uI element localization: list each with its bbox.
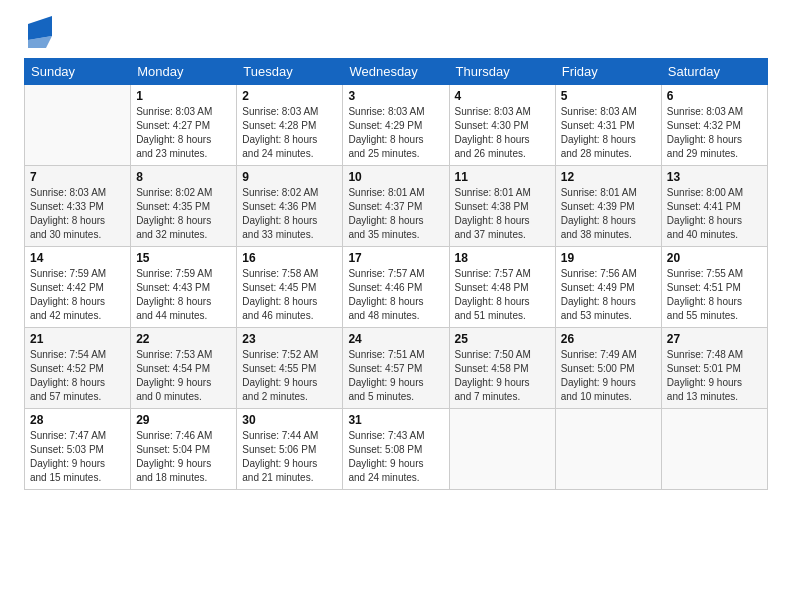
day-cell: 14Sunrise: 7:59 AMSunset: 4:42 PMDayligh… (25, 247, 131, 328)
day-cell: 21Sunrise: 7:54 AMSunset: 4:52 PMDayligh… (25, 328, 131, 409)
day-number: 24 (348, 332, 443, 346)
day-number: 22 (136, 332, 231, 346)
day-info: Sunrise: 7:59 AMSunset: 4:43 PMDaylight:… (136, 267, 231, 323)
day-number: 8 (136, 170, 231, 184)
day-header-sunday: Sunday (25, 59, 131, 85)
day-header-monday: Monday (131, 59, 237, 85)
day-number: 23 (242, 332, 337, 346)
day-header-wednesday: Wednesday (343, 59, 449, 85)
day-info: Sunrise: 7:52 AMSunset: 4:55 PMDaylight:… (242, 348, 337, 404)
day-cell: 31Sunrise: 7:43 AMSunset: 5:08 PMDayligh… (343, 409, 449, 490)
day-cell: 10Sunrise: 8:01 AMSunset: 4:37 PMDayligh… (343, 166, 449, 247)
day-number: 16 (242, 251, 337, 265)
days-row: SundayMondayTuesdayWednesdayThursdayFrid… (25, 59, 768, 85)
day-cell: 30Sunrise: 7:44 AMSunset: 5:06 PMDayligh… (237, 409, 343, 490)
day-cell: 19Sunrise: 7:56 AMSunset: 4:49 PMDayligh… (555, 247, 661, 328)
day-info: Sunrise: 8:01 AMSunset: 4:39 PMDaylight:… (561, 186, 656, 242)
day-cell: 15Sunrise: 7:59 AMSunset: 4:43 PMDayligh… (131, 247, 237, 328)
svg-marker-0 (28, 16, 52, 40)
week-row-4: 21Sunrise: 7:54 AMSunset: 4:52 PMDayligh… (25, 328, 768, 409)
day-cell: 29Sunrise: 7:46 AMSunset: 5:04 PMDayligh… (131, 409, 237, 490)
day-info: Sunrise: 8:02 AMSunset: 4:35 PMDaylight:… (136, 186, 231, 242)
day-cell: 23Sunrise: 7:52 AMSunset: 4:55 PMDayligh… (237, 328, 343, 409)
day-number: 29 (136, 413, 231, 427)
day-number: 3 (348, 89, 443, 103)
header (24, 20, 768, 48)
day-cell: 18Sunrise: 7:57 AMSunset: 4:48 PMDayligh… (449, 247, 555, 328)
day-cell: 13Sunrise: 8:00 AMSunset: 4:41 PMDayligh… (661, 166, 767, 247)
day-info: Sunrise: 7:48 AMSunset: 5:01 PMDaylight:… (667, 348, 762, 404)
day-cell: 25Sunrise: 7:50 AMSunset: 4:58 PMDayligh… (449, 328, 555, 409)
day-info: Sunrise: 7:53 AMSunset: 4:54 PMDaylight:… (136, 348, 231, 404)
day-info: Sunrise: 8:02 AMSunset: 4:36 PMDaylight:… (242, 186, 337, 242)
day-number: 25 (455, 332, 550, 346)
day-info: Sunrise: 7:46 AMSunset: 5:04 PMDaylight:… (136, 429, 231, 485)
day-cell (555, 409, 661, 490)
day-header-saturday: Saturday (661, 59, 767, 85)
day-number: 2 (242, 89, 337, 103)
day-cell (661, 409, 767, 490)
day-info: Sunrise: 8:01 AMSunset: 4:37 PMDaylight:… (348, 186, 443, 242)
day-cell: 27Sunrise: 7:48 AMSunset: 5:01 PMDayligh… (661, 328, 767, 409)
day-number: 11 (455, 170, 550, 184)
day-header-friday: Friday (555, 59, 661, 85)
day-cell: 17Sunrise: 7:57 AMSunset: 4:46 PMDayligh… (343, 247, 449, 328)
week-row-1: 1Sunrise: 8:03 AMSunset: 4:27 PMDaylight… (25, 85, 768, 166)
day-info: Sunrise: 7:57 AMSunset: 4:46 PMDaylight:… (348, 267, 443, 323)
week-row-5: 28Sunrise: 7:47 AMSunset: 5:03 PMDayligh… (25, 409, 768, 490)
day-number: 7 (30, 170, 125, 184)
day-number: 13 (667, 170, 762, 184)
day-cell (25, 85, 131, 166)
day-cell: 16Sunrise: 7:58 AMSunset: 4:45 PMDayligh… (237, 247, 343, 328)
calendar-table: SundayMondayTuesdayWednesdayThursdayFrid… (24, 58, 768, 490)
day-cell: 28Sunrise: 7:47 AMSunset: 5:03 PMDayligh… (25, 409, 131, 490)
day-cell: 4Sunrise: 8:03 AMSunset: 4:30 PMDaylight… (449, 85, 555, 166)
day-number: 4 (455, 89, 550, 103)
day-number: 12 (561, 170, 656, 184)
day-info: Sunrise: 8:00 AMSunset: 4:41 PMDaylight:… (667, 186, 762, 242)
day-info: Sunrise: 8:03 AMSunset: 4:33 PMDaylight:… (30, 186, 125, 242)
day-number: 20 (667, 251, 762, 265)
day-info: Sunrise: 7:44 AMSunset: 5:06 PMDaylight:… (242, 429, 337, 485)
day-number: 27 (667, 332, 762, 346)
day-number: 15 (136, 251, 231, 265)
day-cell: 11Sunrise: 8:01 AMSunset: 4:38 PMDayligh… (449, 166, 555, 247)
day-number: 9 (242, 170, 337, 184)
day-info: Sunrise: 8:01 AMSunset: 4:38 PMDaylight:… (455, 186, 550, 242)
day-number: 14 (30, 251, 125, 265)
day-cell (449, 409, 555, 490)
day-info: Sunrise: 7:59 AMSunset: 4:42 PMDaylight:… (30, 267, 125, 323)
day-cell: 26Sunrise: 7:49 AMSunset: 5:00 PMDayligh… (555, 328, 661, 409)
day-number: 1 (136, 89, 231, 103)
day-info: Sunrise: 8:03 AMSunset: 4:28 PMDaylight:… (242, 105, 337, 161)
day-cell: 24Sunrise: 7:51 AMSunset: 4:57 PMDayligh… (343, 328, 449, 409)
calendar-body: 1Sunrise: 8:03 AMSunset: 4:27 PMDaylight… (25, 85, 768, 490)
day-info: Sunrise: 7:43 AMSunset: 5:08 PMDaylight:… (348, 429, 443, 485)
day-cell: 8Sunrise: 8:02 AMSunset: 4:35 PMDaylight… (131, 166, 237, 247)
day-number: 28 (30, 413, 125, 427)
day-info: Sunrise: 8:03 AMSunset: 4:29 PMDaylight:… (348, 105, 443, 161)
day-number: 21 (30, 332, 125, 346)
day-cell: 5Sunrise: 8:03 AMSunset: 4:31 PMDaylight… (555, 85, 661, 166)
day-cell: 12Sunrise: 8:01 AMSunset: 4:39 PMDayligh… (555, 166, 661, 247)
day-number: 26 (561, 332, 656, 346)
day-info: Sunrise: 8:03 AMSunset: 4:31 PMDaylight:… (561, 105, 656, 161)
day-info: Sunrise: 7:56 AMSunset: 4:49 PMDaylight:… (561, 267, 656, 323)
day-cell: 20Sunrise: 7:55 AMSunset: 4:51 PMDayligh… (661, 247, 767, 328)
day-number: 17 (348, 251, 443, 265)
day-info: Sunrise: 7:57 AMSunset: 4:48 PMDaylight:… (455, 267, 550, 323)
day-info: Sunrise: 7:51 AMSunset: 4:57 PMDaylight:… (348, 348, 443, 404)
page: SundayMondayTuesdayWednesdayThursdayFrid… (0, 0, 792, 612)
day-cell: 2Sunrise: 8:03 AMSunset: 4:28 PMDaylight… (237, 85, 343, 166)
day-header-thursday: Thursday (449, 59, 555, 85)
week-row-3: 14Sunrise: 7:59 AMSunset: 4:42 PMDayligh… (25, 247, 768, 328)
day-number: 30 (242, 413, 337, 427)
day-info: Sunrise: 7:58 AMSunset: 4:45 PMDaylight:… (242, 267, 337, 323)
day-cell: 22Sunrise: 7:53 AMSunset: 4:54 PMDayligh… (131, 328, 237, 409)
day-number: 6 (667, 89, 762, 103)
day-cell: 7Sunrise: 8:03 AMSunset: 4:33 PMDaylight… (25, 166, 131, 247)
day-info: Sunrise: 8:03 AMSunset: 4:27 PMDaylight:… (136, 105, 231, 161)
week-row-2: 7Sunrise: 8:03 AMSunset: 4:33 PMDaylight… (25, 166, 768, 247)
day-cell: 6Sunrise: 8:03 AMSunset: 4:32 PMDaylight… (661, 85, 767, 166)
calendar-header: SundayMondayTuesdayWednesdayThursdayFrid… (25, 59, 768, 85)
